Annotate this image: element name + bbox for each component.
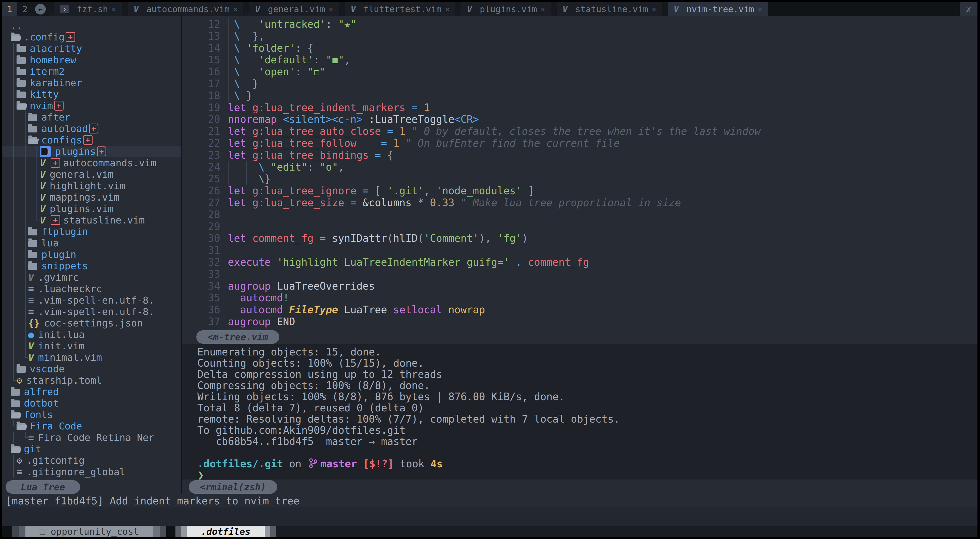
folder-icon	[16, 46, 26, 52]
tree-item-alacritty[interactable]: │ alacritty	[2, 43, 181, 54]
tree-item-.gitignore_global[interactable]: │ ≡.gitignore_global	[2, 466, 181, 477]
close-all-icon[interactable]: ✗	[960, 2, 977, 16]
tree-item-karabiner[interactable]: │ karabiner	[2, 77, 181, 89]
code-line[interactable]: 34augroup LuaTreeOverrides	[182, 280, 977, 292]
code-line[interactable]: 33	[182, 268, 977, 280]
tree-item-git[interactable]: git	[2, 443, 181, 455]
tree-item-Fira-Code[interactable]: └ Fira Code	[2, 420, 181, 432]
code-line[interactable]: 22let g:lua_tree_follow = 1 " On bufEnte…	[182, 137, 977, 149]
tab-statusline.vim[interactable]: Vstatusline.vim×	[557, 2, 662, 16]
tabpage-number-2[interactable]: 2	[17, 2, 33, 16]
tree-item-statusline.vim[interactable]: │ │ └ V+statusline.vim	[2, 214, 181, 226]
tree-item-..[interactable]: ..	[2, 20, 181, 31]
tree-item-fonts[interactable]: fonts	[2, 409, 181, 420]
tree-item-label: vscode	[30, 363, 65, 375]
code-line[interactable]: 17▏\ }	[182, 78, 977, 90]
code-line[interactable]: 16▏\ 'open': "◻"	[182, 66, 977, 78]
tree-item-.gitconfig[interactable]: │ ⚙.gitconfig	[2, 455, 181, 466]
terminal-pane[interactable]: Enumerating objects: 15, done.Counting o…	[182, 344, 977, 480]
tree-item-vscode[interactable]: │ vscode	[2, 363, 181, 375]
tab-close-icon[interactable]: ×	[445, 5, 450, 14]
tree-item-snippets[interactable]: │ │ snippets	[2, 260, 181, 272]
code-line[interactable]: 26let g:lua_tree_ignore = [ '.git', 'nod…	[182, 185, 977, 197]
tree-item-plugins.vim[interactable]: │ │ │ Vplugins.vim	[2, 203, 181, 214]
tree-item-highlight.vim[interactable]: │ │ │ Vhighlight.vim	[2, 180, 181, 191]
tree-item-general.vim[interactable]: │ │ │ Vgeneral.vim	[2, 169, 181, 180]
tree-item-init.vim[interactable]: │ │ Vinit.vim	[2, 340, 181, 351]
code-line[interactable]: 24▏ ▏ \ "edit": "o",	[182, 161, 977, 173]
tree-item-.gvimrc[interactable]: │ │ V.gvimrc	[2, 272, 181, 283]
tab-close-icon[interactable]: ×	[652, 5, 656, 14]
tab-close-icon[interactable]: ×	[233, 5, 238, 14]
tab-nvim-tree.vim[interactable]: Vnvim-tree.vim×	[668, 2, 768, 16]
back-circle-icon[interactable]: ←	[35, 4, 46, 14]
text-file-icon: ≡	[28, 432, 34, 443]
tree-item-minimal.vim[interactable]: │ └ Vminimal.vim	[2, 351, 181, 363]
tree-item-alfred[interactable]: alfred	[2, 386, 181, 397]
code-line[interactable]: 30let comment_fg = synIDattr(hlID('Comme…	[182, 232, 977, 244]
tmux-window--dotfiles[interactable]: .dotfiles	[187, 526, 265, 537]
tab-general.vim[interactable]: Vgeneral.vim×	[250, 2, 339, 16]
code-line[interactable]: 13▏\ },	[182, 30, 977, 42]
code-line[interactable]: 29	[182, 221, 977, 233]
terminal-statusline: <rminal(zsh)	[182, 480, 977, 494]
tree-item-homebrew[interactable]: │ homebrew	[2, 54, 181, 65]
tree-item-coc-settings.json[interactable]: │ │ {}coc-settings.json	[2, 317, 181, 329]
code-line[interactable]: 12▏\ 'untracked': "★"	[182, 18, 977, 30]
tabpage-number-1[interactable]: 1	[2, 2, 17, 16]
code-line[interactable]: 27let g:lua_tree_size = &columns * 0.33 …	[182, 197, 977, 209]
tree-item-.luacheckrc[interactable]: │ │ ≡.luacheckrc	[2, 283, 181, 294]
code-line[interactable]: 20nnoremap <silent><c-n> :LuaTreeToggle<…	[182, 113, 977, 126]
tab-autocommands.vim[interactable]: Vautocommands.vim×	[128, 2, 243, 16]
tree-item-plugin[interactable]: │ │ plugin	[2, 249, 181, 260]
tree-item-.vim-spell-en.utf-8.[interactable]: │ │ ≡.vim-spell-en.utf-8.	[2, 294, 181, 306]
tree-item-label: git	[24, 444, 41, 455]
tab-close-icon[interactable]: ×	[541, 5, 545, 14]
code-buffer[interactable]: 12▏\ 'untracked': "★"13▏\ },14▏\ 'folder…	[182, 16, 977, 329]
code-line[interactable]: 37augroup END	[182, 316, 977, 328]
tree-item-dotbot[interactable]: dotbot	[2, 397, 181, 409]
tree-item-label: karabiner	[30, 77, 82, 89]
vim-icon: V	[28, 352, 34, 363]
tree-item-init.lua[interactable]: │ │ ●init.lua	[2, 329, 181, 340]
tree-indent-guides: │ │	[11, 135, 28, 146]
tree-item-.config[interactable]: .config+	[2, 31, 181, 43]
code-line[interactable]: 18▏\ }	[182, 90, 977, 102]
line-number: 16	[182, 66, 220, 78]
code-line[interactable]: 23let g:lua_tree_bindings = {	[182, 149, 977, 161]
tree-item-kitty[interactable]: │ kitty	[2, 89, 181, 100]
tree-item-plugins[interactable]: │ │ │ plugins+	[2, 146, 181, 157]
tree-item-iterm2[interactable]: │ iterm2	[2, 65, 181, 77]
tree-item-label: coc-settings.json	[44, 318, 143, 329]
tree-item-autocommands.vim[interactable]: │ │ │ V+autocommands.vim	[2, 157, 181, 169]
tree-item-starship.toml[interactable]: └ ⚙starship.toml	[2, 375, 181, 386]
code-line[interactable]: 36 autocmd FileType LuaTree setlocal now…	[182, 304, 977, 316]
tree-item-configs[interactable]: │ │ configs+	[2, 134, 181, 146]
code-line[interactable]: 21let g:lua_tree_auto_close = 1 " 0 by d…	[182, 126, 977, 137]
tree-item-nvim[interactable]: │ nvim+	[2, 100, 181, 111]
tab-plugins.vim[interactable]: Vplugins.vim×	[461, 2, 551, 16]
tab-fluttertest.vim[interactable]: Vfluttertest.vim×	[345, 2, 455, 16]
tree-item-.vim-spell-en.utf-8.[interactable]: │ │ ≡.vim-spell-en.utf-8.	[2, 306, 181, 317]
tree-item-lua[interactable]: │ │ lua	[2, 237, 181, 249]
shell-prompt-symbol[interactable]: ❯	[197, 469, 977, 480]
vim-icon: V	[351, 4, 356, 14]
tree-item-after[interactable]: │ │ after	[2, 111, 181, 123]
tab-fzf.sh[interactable]: ❯fzf.sh×	[54, 2, 122, 16]
tmux-window--opportunity_cost[interactable]: □ opportunity_cost	[25, 526, 153, 537]
code-line[interactable]: 14▏\ 'folder': {	[182, 42, 977, 54]
code-line[interactable]: 32execute 'highlight LuaTreeIndentMarker…	[182, 256, 977, 268]
code-line[interactable]: 19let g:lua_tree_indent_markers = 1	[182, 102, 977, 114]
code-line[interactable]: 28	[182, 209, 977, 221]
tree-item-autoload[interactable]: │ │ autoload+	[2, 123, 181, 134]
tab-close-icon[interactable]: ×	[329, 5, 333, 14]
code-line[interactable]: 25▏ ▏ \}	[182, 173, 977, 185]
code-line[interactable]: 31	[182, 244, 977, 256]
code-line[interactable]: 15▏\ 'default': "◼",	[182, 54, 977, 66]
tab-close-icon[interactable]: ×	[111, 5, 116, 14]
tree-item-mappings.vim[interactable]: │ │ │ Vmappings.vim	[2, 191, 181, 203]
code-line[interactable]: 35 autocmd!	[182, 292, 977, 304]
tab-close-icon[interactable]: ×	[758, 5, 762, 14]
tree-item-ftplugin[interactable]: │ │ ftplugin	[2, 226, 181, 237]
tree-item-Fira-Code-Retina-Ner[interactable]: │ └ ≡Fira Code Retina Ner	[2, 432, 181, 443]
